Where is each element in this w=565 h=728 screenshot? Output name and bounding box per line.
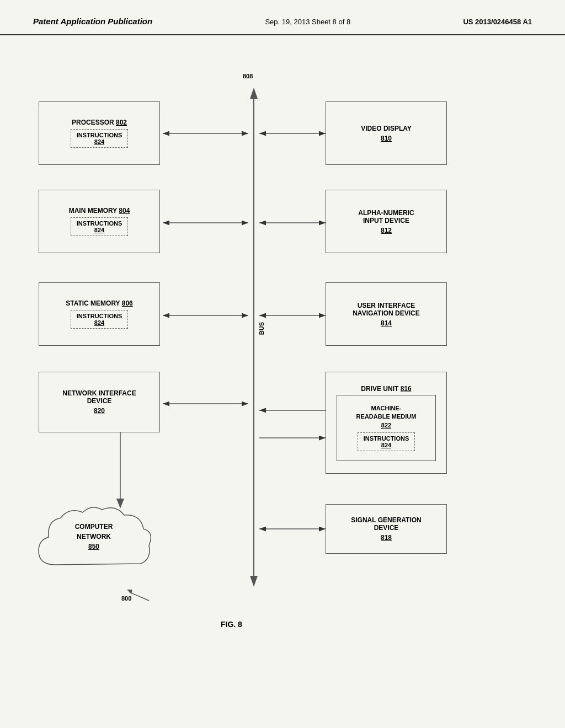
signal-generation-box: SIGNAL GENERATIONDEVICE 818	[326, 504, 447, 554]
drive-unit-label: DRIVE UNIT 816	[329, 385, 443, 393]
static-memory-inner-box: INSTRUCTIONS 824	[71, 310, 129, 329]
network-interface-label: NETWORK INTERFACEDEVICE	[62, 389, 136, 405]
alpha-numeric-box: ALPHA-NUMERICINPUT DEVICE 812	[326, 190, 447, 253]
main-memory-inner-box: INSTRUCTIONS 824	[71, 217, 129, 236]
ref-808-label: 808	[243, 73, 253, 79]
video-display-label: VIDEO DISPLAY	[361, 125, 412, 132]
static-memory-box: STATIC MEMORY 806 INSTRUCTIONS 824	[39, 282, 160, 346]
alpha-numeric-label: ALPHA-NUMERICINPUT DEVICE	[358, 209, 414, 224]
machine-readable-box: MACHINE-READABLE MEDIUM822 INSTRUCTIONS …	[337, 395, 436, 461]
processor-box: PROCESSOR 802 INSTRUCTIONS 824	[39, 101, 160, 165]
video-display-box: VIDEO DISPLAY 810	[326, 101, 447, 165]
header-right: US 2013/0246458 A1	[463, 18, 532, 26]
page-header: Patent Application Publication Sep. 19, …	[0, 0, 565, 35]
fig-label: FIG. 8	[221, 620, 242, 629]
processor-label: PROCESSOR 802	[72, 119, 127, 126]
network-interface-ref: 820	[94, 407, 105, 415]
svg-marker-5	[250, 88, 258, 99]
static-memory-label: STATIC MEMORY 806	[66, 299, 133, 307]
main-memory-box: MAIN MEMORY 804 INSTRUCTIONS 824	[39, 190, 160, 253]
machine-readable-inner-box: INSTRUCTIONS 824	[358, 432, 415, 451]
diagram-container: 808 BUS PROCESSOR 802 INSTRUCTIONS 824 M…	[0, 46, 565, 681]
video-display-ref: 810	[381, 135, 392, 142]
processor-inner-box: INSTRUCTIONS 824	[71, 129, 129, 148]
user-interface-box: USER INTERFACENAVIGATION DEVICE 814	[326, 282, 447, 346]
header-left: Patent Application Publication	[33, 17, 152, 26]
machine-readable-label: MACHINE-READABLE MEDIUM822	[356, 404, 417, 430]
cloud-text: COMPUTERNETWORK850	[33, 522, 154, 552]
page: Patent Application Publication Sep. 19, …	[0, 0, 565, 728]
svg-marker-6	[250, 576, 258, 587]
user-interface-ref: 814	[381, 319, 392, 327]
drive-unit-box: DRIVE UNIT 816 MACHINE-READABLE MEDIUM82…	[326, 372, 447, 474]
user-interface-label: USER INTERFACENAVIGATION DEVICE	[353, 302, 420, 317]
computer-network-cloud: COMPUTERNETWORK850	[33, 504, 154, 581]
network-interface-box: NETWORK INTERFACEDEVICE 820	[39, 372, 160, 432]
ref-800-arrow	[127, 590, 160, 606]
signal-generation-ref: 818	[381, 534, 392, 542]
svg-line-19	[130, 592, 149, 601]
bus-label: BUS	[258, 322, 265, 335]
header-center: Sep. 19, 2013 Sheet 8 of 8	[265, 18, 350, 26]
signal-generation-label: SIGNAL GENERATIONDEVICE	[351, 516, 422, 532]
alpha-numeric-ref: 812	[381, 227, 392, 234]
main-memory-label: MAIN MEMORY 804	[69, 207, 130, 215]
